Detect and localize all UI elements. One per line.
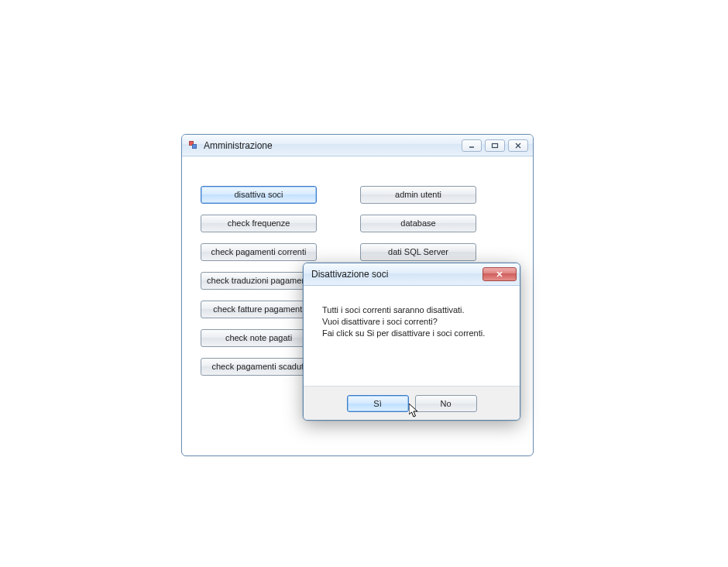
dialog-titlebar[interactable]: Disattivazione soci [304,263,520,286]
close-button[interactable] [508,139,528,152]
dialog-title: Disattivazione soci [311,269,482,280]
left-button-column: disattiva soci check frequenze check pag… [201,186,317,376]
dialog-no-button[interactable]: No [415,395,477,412]
dialog-yes-button[interactable]: Sì [347,395,409,412]
disattivazione-dialog: Disattivazione soci Tutti i soci corrent… [303,263,520,421]
dialog-message-line1: Tutti i soci correnti saranno disattivat… [322,304,506,316]
admin-window-title: Amministrazione [204,140,457,151]
dialog-footer: Sì No [304,386,520,420]
svg-rect-1 [493,143,498,147]
dialog-close-button[interactable] [482,267,517,281]
database-button[interactable]: database [360,215,476,232]
dati-sql-server-button[interactable]: dati SQL Server [360,243,476,261]
dialog-message-line3: Fai click su Si per disattivare i soci c… [322,328,506,339]
disattiva-soci-button[interactable]: disattiva soci [201,186,317,204]
window-controls [462,139,528,152]
check-pagamenti-correnti-button[interactable]: check pagamenti correnti [201,243,317,261]
check-pagamenti-scaduti-button[interactable]: check pagamenti scaduti [201,358,317,376]
admin-utenti-button[interactable]: admin utenti [360,186,476,204]
dialog-body: Tutti i soci correnti saranno disattivat… [304,286,520,386]
check-fatture-pagamenti-button[interactable]: check fatture pagamenti [201,301,317,318]
maximize-button[interactable] [485,139,505,152]
minimize-button[interactable] [462,139,482,152]
dialog-message-line2: Vuoi disattivare i soci correnti? [322,316,506,328]
check-frequenze-button[interactable]: check frequenze [201,215,317,232]
check-traduzioni-pagamenti-button[interactable]: check traduzioni pagamenti [201,272,317,290]
check-note-pagati-button[interactable]: check note pagati [201,329,317,347]
admin-window-titlebar[interactable]: Amministrazione [182,135,533,156]
app-icon [188,140,199,151]
